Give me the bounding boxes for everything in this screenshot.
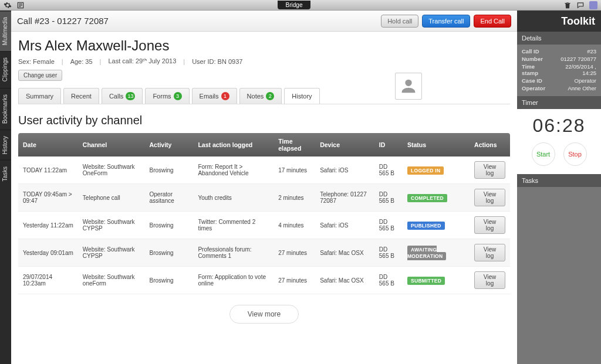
cell-last: Youth credits	[193, 184, 274, 212]
cell-date: 29/07/2014 10:23am	[18, 267, 78, 294]
details-key: Call ID	[522, 48, 539, 55]
timer-value: 06:28	[521, 115, 597, 137]
cell-elapsed: 27 minutes	[274, 267, 315, 294]
details-key: Time stamp	[522, 63, 550, 76]
call-title: Call #23 - 01227 72087	[17, 16, 109, 26]
emails-badge: 1	[221, 92, 229, 100]
status-badge: LOGGED IN	[407, 166, 444, 175]
cell-elapsed: 2 minutes	[274, 184, 315, 212]
hold-call-button[interactable]: Hold call	[381, 15, 418, 28]
col-device: Device	[315, 133, 374, 157]
status-badge: SUBMITTED	[407, 277, 445, 285]
tab-recent[interactable]: Recent	[63, 88, 99, 104]
cell-elapsed: 4 minutes	[274, 212, 315, 239]
cell-last: Professionals forum: Comments 1	[193, 239, 274, 267]
user-meta: Sex: Female | Age: 35 | Last call: 29ᵗʰ …	[18, 57, 510, 65]
details-value: Anne Other	[568, 85, 596, 91]
cell-date: TODAY 11:22am	[18, 157, 78, 184]
col-last: Last action logged	[193, 133, 274, 157]
os-top-bar: Bridge	[0, 0, 601, 11]
tab-history[interactable]: History	[284, 88, 319, 104]
view-log-button[interactable]: View log	[474, 216, 505, 234]
cell-id: DD 565 B	[374, 267, 403, 294]
user-avatar-icon[interactable]	[589, 1, 597, 9]
view-log-button[interactable]: View log	[474, 244, 505, 261]
transfer-call-button[interactable]: Transfer call	[422, 15, 470, 28]
forms-badge: 3	[174, 92, 182, 100]
cell-id: DD 565 B	[374, 239, 403, 267]
col-status: Status	[403, 133, 470, 157]
cell-channel: Telephone call	[78, 184, 145, 212]
timer-header: Timer	[517, 96, 601, 109]
gear-icon[interactable]	[4, 1, 12, 9]
tab-bar: Summary Recent Calls13 Forms3 Emails1 No…	[18, 88, 510, 104]
details-row: Case IDOperator	[522, 77, 596, 84]
section-heading: User activity by channel	[18, 114, 510, 127]
timer-stop-button[interactable]: Stop	[563, 142, 587, 166]
col-date: Date	[18, 133, 78, 157]
notes-badge: 2	[266, 92, 274, 100]
col-activity: Activity	[145, 133, 194, 157]
activity-table: Date Channel Activity Last action logged…	[18, 133, 510, 294]
cell-activity: Operator assitance	[145, 184, 194, 212]
col-id: ID	[374, 133, 403, 157]
vtab-bookmarks[interactable]: Bookmarks	[0, 88, 11, 130]
details-row: OperatorAnne Other	[522, 85, 596, 91]
view-log-button[interactable]: View log	[474, 161, 505, 179]
table-row: Yesterday 09:01amWebsite: Southwark CYPS…	[18, 239, 510, 267]
vtab-tasks[interactable]: Tasks	[0, 160, 11, 188]
cell-id: DD 565 B	[374, 212, 403, 239]
cell-activity: Broswing	[145, 157, 194, 184]
timer-start-button[interactable]: Start	[532, 142, 555, 166]
details-value: #23	[587, 48, 596, 55]
user-last-call: 29ᵗʰ July 2013	[136, 57, 176, 64]
chat-icon[interactable]	[576, 1, 585, 9]
details-key: Case ID	[522, 77, 542, 84]
user-name: Mrs Alex Maxwell-Jones	[18, 38, 510, 54]
col-elapsed: Time elapsed	[274, 133, 315, 157]
cell-last: Twitter: Commented 2 times	[193, 212, 274, 239]
cell-activity: Broswing	[145, 267, 194, 294]
col-channel: Channel	[78, 133, 145, 157]
toolkit-panel: Toolkit Details Call ID#23Number01227 72…	[517, 11, 601, 364]
tab-calls[interactable]: Calls13	[102, 88, 143, 104]
vtab-history[interactable]: History	[0, 130, 11, 160]
tab-forms[interactable]: Forms3	[145, 88, 189, 104]
toolkit-brand: Toolkit	[517, 11, 601, 32]
cell-channel: Website: Southwark OneForm	[78, 157, 145, 184]
cell-last: Form: Report It > Abandoned Vehicle	[193, 157, 274, 184]
view-more-button[interactable]: View more	[229, 305, 299, 324]
cell-device: Safari: iOS	[315, 212, 374, 239]
cell-device: Safari: Mac OSX	[315, 239, 374, 267]
notes-icon[interactable]	[16, 1, 25, 9]
cell-activity: Broswing	[145, 239, 194, 267]
change-user-button[interactable]: Change user	[18, 70, 62, 81]
tasks-header[interactable]: Tasks	[517, 174, 601, 187]
cell-elapsed: 27 minutes	[274, 239, 315, 267]
cell-channel: Website: Southwark oneForm	[78, 267, 145, 294]
status-badge: COMPLETED	[407, 194, 447, 202]
end-call-button[interactable]: End Call	[474, 15, 511, 28]
details-key: Number	[522, 56, 543, 62]
vtab-multimedia[interactable]: Multimedia	[0, 11, 11, 51]
cell-device: Telephone: 01227 72087	[315, 184, 374, 212]
cell-date: Yesterday 11:22am	[18, 212, 78, 239]
details-row: Call ID#23	[522, 48, 596, 55]
trash-icon[interactable]	[563, 1, 572, 9]
details-row: Time stamp22/05/2014 , 14:25	[522, 63, 596, 76]
table-row: 29/07/2014 10:23amWebsite: Southwark one…	[18, 267, 510, 294]
timer-box: 06:28 Start Stop	[517, 109, 601, 174]
vtab-clippings[interactable]: Clippings	[0, 51, 11, 87]
view-log-button[interactable]: View log	[474, 189, 505, 206]
app-name-pill: Bridge	[278, 1, 311, 9]
cell-device: Safari: Mac OSX	[315, 267, 374, 294]
view-log-button[interactable]: View log	[474, 271, 505, 289]
cell-id: DD 565 B	[374, 184, 403, 212]
cell-last: Form: Appplication to vote online	[193, 267, 274, 294]
tab-summary[interactable]: Summary	[18, 88, 61, 104]
tab-emails[interactable]: Emails1	[192, 88, 237, 104]
user-sex: Female	[33, 58, 55, 65]
cell-channel: Website: Southwark CYPSP	[78, 239, 145, 267]
vertical-sidebar: Multimedia Clippings Bookmarks History T…	[0, 11, 11, 364]
tab-notes[interactable]: Notes2	[239, 88, 282, 104]
